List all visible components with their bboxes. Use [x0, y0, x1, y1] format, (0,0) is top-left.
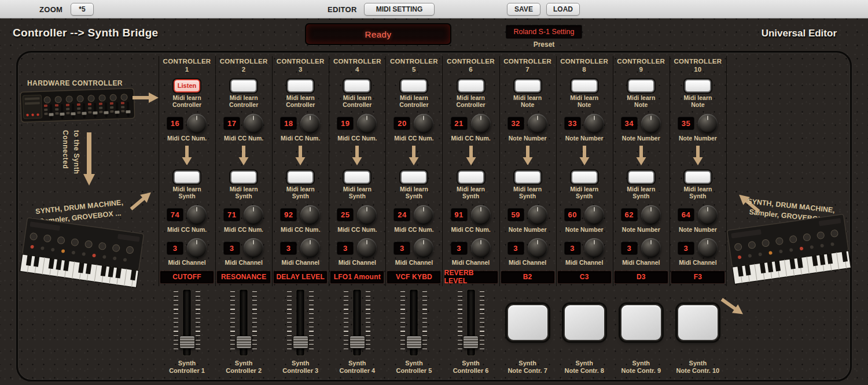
- learn-synth-caption: Midi learn Synth: [230, 186, 258, 200]
- midi-channel-knob[interactable]: [528, 238, 547, 258]
- synth-fader[interactable]: [230, 290, 257, 356]
- midi-learn-controller-button[interactable]: [514, 79, 541, 92]
- midi-learn-controller-button[interactable]: [287, 79, 314, 92]
- midi-channel-caption: Midi Channel: [225, 259, 262, 266]
- fader-ticks: [309, 291, 314, 353]
- midi-channel-knob[interactable]: [244, 238, 263, 258]
- controller-value-knob[interactable]: [300, 114, 320, 134]
- midi-learn-synth-button[interactable]: [400, 171, 427, 184]
- param-display: RESONANCE: [217, 271, 270, 283]
- midi-channel-caption: Midi Channel: [679, 259, 716, 266]
- column-bottom-label: Synth Controller 2: [226, 360, 262, 375]
- fader-handle[interactable]: [350, 336, 365, 349]
- preset-display[interactable]: Roland S-1 Setting: [506, 25, 582, 38]
- synth-fader[interactable]: [287, 290, 314, 356]
- midi-channel-knob[interactable]: [698, 238, 718, 258]
- column-bottom-label: Synth Note Contr. 8: [564, 360, 604, 375]
- midi-learn-controller-button[interactable]: [400, 79, 427, 92]
- midi-learn-controller-button[interactable]: [230, 79, 257, 92]
- fader-handle[interactable]: [179, 336, 195, 349]
- midi-channel-knob[interactable]: [471, 238, 491, 258]
- save-button[interactable]: SAVE: [507, 3, 540, 16]
- fader-handle[interactable]: [236, 336, 252, 349]
- controller-value-caption: Note Number: [622, 135, 660, 142]
- synth-fader[interactable]: [458, 290, 484, 356]
- fader-track[interactable]: [467, 290, 475, 356]
- midi-channel-display: 3: [281, 242, 296, 254]
- learn-synth-caption: Midi learn Synth: [457, 186, 485, 200]
- midi-channel-caption: Midi Channel: [565, 259, 603, 266]
- midi-channel-knob[interactable]: [641, 238, 661, 258]
- midi-learn-synth-button[interactable]: [514, 171, 541, 184]
- controller-value-knob[interactable]: [641, 114, 661, 134]
- controller-value-knob[interactable]: [244, 114, 263, 134]
- controller-column: CONTROLLER 1 Listen Midi learn Controlle…: [159, 55, 215, 380]
- midi-learn-controller-button[interactable]: [685, 79, 711, 92]
- fader-track[interactable]: [410, 290, 418, 356]
- controller-value-knob[interactable]: [187, 114, 207, 134]
- midi-learn-controller-button[interactable]: [344, 79, 370, 92]
- midi-learn-controller-button[interactable]: [458, 79, 484, 92]
- midi-channel-knob[interactable]: [187, 238, 207, 258]
- midi-channel-display: 3: [678, 242, 694, 254]
- midi-learn-controller-button[interactable]: Listen: [174, 79, 200, 92]
- synth-value-knob[interactable]: [471, 205, 491, 225]
- controller-column: CONTROLLER 6 Midi learn Controller 21 Mi…: [442, 55, 499, 380]
- midi-learn-synth-button[interactable]: [458, 171, 484, 184]
- midi-learn-synth-button[interactable]: [571, 171, 598, 184]
- midi-channel-knob[interactable]: [584, 238, 604, 258]
- fader-track[interactable]: [297, 290, 304, 356]
- fader-track[interactable]: [240, 290, 248, 356]
- midi-learn-synth-button[interactable]: [628, 171, 654, 184]
- synth-value-caption: Note Number: [679, 226, 717, 234]
- column-header-label: CONTROLLER: [674, 57, 722, 65]
- midi-learn-controller-button[interactable]: [628, 79, 654, 92]
- synth-value-knob[interactable]: [357, 205, 377, 225]
- fader-handle[interactable]: [406, 336, 422, 349]
- synth-fader[interactable]: [400, 290, 427, 356]
- midi-learn-synth-button[interactable]: [287, 171, 314, 184]
- controller-value-caption: Midi CC Num.: [394, 135, 433, 142]
- synth-fader[interactable]: [344, 290, 370, 356]
- column-number: 7: [503, 65, 551, 73]
- fader-handle[interactable]: [463, 336, 479, 349]
- synth-value-knob[interactable]: [244, 205, 263, 225]
- synth-value-knob[interactable]: [414, 205, 433, 225]
- controller-value-knob[interactable]: [414, 114, 433, 134]
- synth-value-row: 92: [281, 205, 320, 225]
- synth-value-knob[interactable]: [300, 205, 320, 225]
- fader-track[interactable]: [354, 290, 361, 356]
- synth-value-knob[interactable]: [698, 205, 718, 225]
- midi-channel-knob[interactable]: [300, 238, 320, 258]
- editor-label: EDITOR: [328, 5, 357, 14]
- controller-value-knob[interactable]: [584, 114, 604, 134]
- app-title: Universal Editor: [762, 28, 837, 39]
- midi-learn-synth-button[interactable]: [230, 171, 257, 184]
- midi-learn-controller-button[interactable]: [571, 79, 598, 92]
- midi-channel-knob[interactable]: [414, 238, 433, 258]
- zoom-value-button[interactable]: *5: [71, 3, 94, 16]
- midi-channel-knob[interactable]: [357, 238, 377, 258]
- note-pad-button[interactable]: [564, 304, 605, 341]
- controller-value-knob[interactable]: [357, 114, 377, 134]
- load-button[interactable]: LOAD: [546, 3, 580, 16]
- midi-learn-synth-button[interactable]: [685, 171, 711, 184]
- midi-setting-button[interactable]: MIDI SETTING: [364, 3, 435, 16]
- note-pad-button[interactable]: [620, 304, 662, 341]
- learn-synth-caption: Midi learn Synth: [683, 186, 712, 200]
- synth-value-knob[interactable]: [641, 205, 661, 225]
- synth-value-knob[interactable]: [584, 205, 604, 225]
- synth-value-knob[interactable]: [528, 205, 547, 225]
- synth-value-knob[interactable]: [187, 205, 207, 225]
- synth-fader[interactable]: [174, 290, 200, 356]
- fader-track[interactable]: [183, 290, 191, 356]
- note-pad-button[interactable]: [677, 304, 719, 341]
- controller-value-knob[interactable]: [471, 114, 491, 134]
- midi-learn-synth-button[interactable]: [344, 171, 370, 184]
- note-pad-button[interactable]: [507, 304, 549, 341]
- midi-learn-synth-button[interactable]: [174, 171, 200, 184]
- controller-value-knob[interactable]: [528, 114, 547, 134]
- controller-column: CONTROLLER 7 Midi learn Note 32 Note Num…: [499, 55, 556, 380]
- controller-value-knob[interactable]: [698, 114, 718, 134]
- fader-handle[interactable]: [293, 336, 308, 349]
